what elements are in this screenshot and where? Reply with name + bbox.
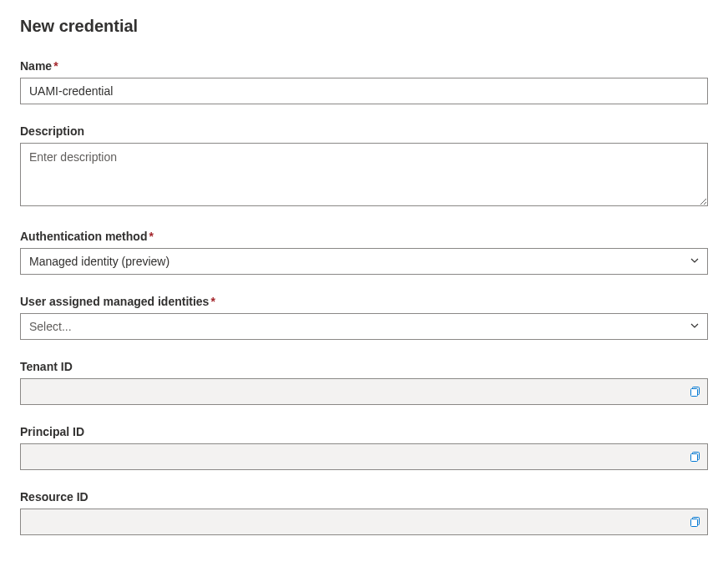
- principal-id-wrapper: [20, 443, 708, 470]
- principal-id-value: [20, 443, 708, 470]
- auth-method-select-wrapper: Managed identity (preview): [20, 248, 708, 275]
- required-asterisk: *: [53, 59, 58, 73]
- required-asterisk: *: [210, 295, 215, 308]
- name-label: Name*: [20, 59, 708, 73]
- required-asterisk: *: [149, 230, 153, 243]
- description-label-text: Description: [20, 124, 84, 138]
- auth-method-selected-value: Managed identity (preview): [29, 255, 169, 268]
- tenant-id-label: Tenant ID: [20, 360, 708, 373]
- auth-method-label-text: Authentication method: [20, 230, 147, 243]
- description-textarea[interactable]: [20, 143, 708, 206]
- copy-icon[interactable]: [690, 386, 701, 397]
- svg-rect-5: [691, 519, 698, 527]
- tenant-id-label-text: Tenant ID: [20, 360, 73, 373]
- uami-select-wrapper: Select...: [20, 313, 708, 340]
- principal-id-label: Principal ID: [20, 425, 708, 438]
- page-title: New credential: [20, 17, 708, 36]
- name-input[interactable]: [20, 78, 708, 104]
- resource-id-label: Resource ID: [20, 490, 708, 504]
- description-label: Description: [20, 124, 708, 138]
- resource-id-field-group: Resource ID: [20, 490, 708, 535]
- copy-icon[interactable]: [690, 516, 701, 528]
- auth-method-label: Authentication method*: [20, 230, 708, 243]
- copy-icon[interactable]: [690, 451, 701, 463]
- uami-label-text: User assigned managed identities: [20, 295, 209, 308]
- resource-id-label-text: Resource ID: [20, 490, 88, 504]
- auth-method-field-group: Authentication method* Managed identity …: [20, 230, 708, 275]
- principal-id-field-group: Principal ID: [20, 425, 708, 470]
- auth-method-select[interactable]: Managed identity (preview): [20, 248, 708, 275]
- svg-rect-3: [691, 454, 698, 462]
- uami-label: User assigned managed identities*: [20, 295, 708, 308]
- resource-id-value: [20, 509, 708, 535]
- tenant-id-field-group: Tenant ID: [20, 360, 708, 405]
- svg-rect-1: [691, 389, 698, 397]
- tenant-id-value: [20, 378, 708, 405]
- uami-field-group: User assigned managed identities* Select…: [20, 295, 708, 340]
- uami-select[interactable]: Select...: [20, 313, 708, 340]
- tenant-id-wrapper: [20, 378, 708, 405]
- name-label-text: Name: [20, 59, 52, 73]
- name-field-group: Name*: [20, 59, 708, 104]
- description-field-group: Description: [20, 124, 708, 210]
- resource-id-wrapper: [20, 509, 708, 535]
- principal-id-label-text: Principal ID: [20, 425, 84, 438]
- uami-placeholder: Select...: [29, 320, 72, 333]
